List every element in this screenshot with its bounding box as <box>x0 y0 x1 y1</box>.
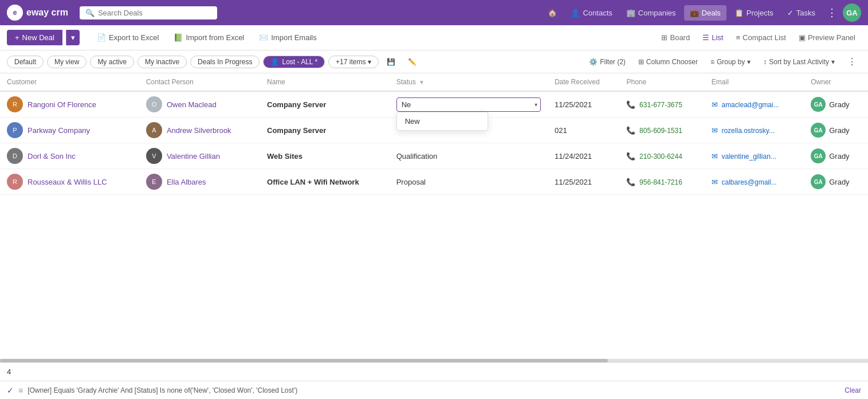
group-by-button[interactable]: ≡ Group by ▾ <box>706 56 755 68</box>
nav-items: 🏠 👤 Contacts 🏢 Companies 💼 Deals 📋 Proje… <box>542 3 861 22</box>
status-dropdown-wrap[interactable]: ▾ New <box>396 97 541 112</box>
cell-status[interactable]: ▾ New <box>390 91 548 118</box>
import-emails-button[interactable]: ✉️ Import Emails <box>253 30 322 45</box>
sort-by-button[interactable]: ↕ Sort by Last Activity ▾ <box>759 56 839 68</box>
contacts-icon: 👤 <box>571 9 580 17</box>
save-view-button[interactable]: 💾 <box>382 56 400 68</box>
customer-link[interactable]: Parkway Company <box>28 126 90 135</box>
nav-item-contacts[interactable]: 👤 Contacts <box>565 5 618 21</box>
more-options-button[interactable]: ⋮ <box>843 54 861 69</box>
group-by-label: Group by <box>717 58 745 66</box>
column-chooser-label: Column Chooser <box>646 58 698 66</box>
deals-icon: 💼 <box>690 9 699 17</box>
import-excel-button[interactable]: 📗 Import from Excel <box>168 30 250 45</box>
filter-button[interactable]: ⚙️ Filter (2) <box>584 56 630 68</box>
email-icon: ✉ <box>712 100 718 109</box>
nav-item-projects[interactable]: 📋 Projects <box>729 5 779 21</box>
phone-link[interactable]: 631-677-3675 <box>639 101 682 109</box>
cell-owner: GA Grady <box>804 169 868 195</box>
filter-chip-my-view[interactable]: My view <box>47 56 87 68</box>
status-dropdown-arrow: ▾ <box>535 101 537 108</box>
table-row: R Rangoni Of Florence O Owen Maclead Com… <box>0 91 868 118</box>
nav-item-home[interactable]: 🏠 <box>542 5 563 21</box>
deal-name: Web Sites <box>267 152 303 161</box>
chip-more-items-label: +17 items <box>336 58 366 66</box>
col-contact-person[interactable]: Contact Person <box>139 73 260 91</box>
customer-link[interactable]: Rangoni Of Florence <box>28 100 96 109</box>
filter-chip-more-items[interactable]: +17 items ▾ <box>328 56 379 68</box>
col-owner[interactable]: Owner <box>804 73 868 91</box>
status-input[interactable] <box>396 97 541 112</box>
filter-info-bar: ✓ ≡ [Owner] Equals 'Grady Archie' And [S… <box>0 381 868 399</box>
filter-chip-deals-in-progress[interactable]: Deals In Progress <box>190 56 260 68</box>
filter-chip-lost-all[interactable]: 👤 Lost - ALL * <box>263 56 325 68</box>
chip-deals-in-progress-label: Deals In Progress <box>198 58 252 66</box>
search-input[interactable] <box>98 9 211 17</box>
cell-name: Company Server <box>260 91 390 118</box>
filter-chip-default[interactable]: Default <box>7 56 44 68</box>
status-dropdown: New <box>396 112 488 131</box>
filter-clear-button[interactable]: Clear <box>845 386 861 394</box>
preview-panel-button[interactable]: ▣ Preview Panel <box>793 30 861 45</box>
nav-item-tasks[interactable]: ✓ Tasks <box>781 5 821 21</box>
view-buttons: ⊞ Board ☰ List ≡ Compact List ▣ Preview … <box>655 30 861 45</box>
filter-chip-my-active[interactable]: My active <box>90 56 134 68</box>
status-option-new[interactable]: New <box>397 112 488 130</box>
filter-info-text: [Owner] Equals 'Grady Archie' And [Statu… <box>28 386 297 394</box>
compact-list-view-button[interactable]: ≡ Compact List <box>730 30 791 45</box>
email-icon: ✉ <box>712 126 718 135</box>
filter-chip-my-inactive[interactable]: My inactive <box>138 56 187 68</box>
col-name[interactable]: Name <box>260 73 390 91</box>
nav-more-button[interactable]: ⋮ <box>823 4 840 21</box>
phone-link[interactable]: 956-841-7216 <box>639 178 682 186</box>
new-deal-button[interactable]: + New Deal <box>7 30 62 45</box>
col-status[interactable]: Status ▼ <box>390 73 548 91</box>
list-label: List <box>712 33 723 42</box>
email-link[interactable]: amaclead@gmai... <box>721 101 779 109</box>
sort-icon: ↕ <box>763 58 767 66</box>
customer-link[interactable]: Rousseaux & Willis LLC <box>28 178 107 186</box>
new-deal-dropdown-button[interactable]: ▾ <box>66 30 80 45</box>
export-excel-button[interactable]: 📄 Export to Excel <box>91 30 164 45</box>
owner-avatar: GA <box>811 148 826 163</box>
cell-status[interactable]: Qualification <box>390 143 548 169</box>
nav-item-companies[interactable]: 🏢 Companies <box>620 5 682 21</box>
cell-status[interactable]: Proposal <box>390 169 548 195</box>
col-email[interactable]: Email <box>705 73 804 91</box>
email-link[interactable]: calbares@gmail... <box>721 178 776 186</box>
nav-companies-label: Companies <box>638 9 676 17</box>
column-chooser-button[interactable]: ⊞ Column Chooser <box>634 56 702 68</box>
col-customer[interactable]: Customer <box>0 73 139 91</box>
phone-link[interactable]: 805-609-1531 <box>639 127 682 135</box>
user-avatar[interactable]: GA <box>843 3 861 22</box>
date-value: 021 <box>555 126 567 135</box>
status-bar: 4 <box>0 362 868 381</box>
phone-link[interactable]: 210-300-6244 <box>639 152 682 161</box>
scroll-track[interactable] <box>0 359 868 362</box>
logo-icon: e <box>7 5 23 21</box>
board-view-button[interactable]: ⊞ Board <box>655 30 696 45</box>
cell-date-received: 021 <box>548 118 620 143</box>
contact-link[interactable]: Andrew Silverbrook <box>167 126 231 135</box>
col-phone[interactable]: Phone <box>619 73 704 91</box>
compact-list-label: Compact List <box>743 33 786 42</box>
group-icon: ≡ <box>710 58 714 66</box>
search-bar[interactable]: 🔍 <box>80 6 217 19</box>
cell-name: Office LAN + Wifi Network <box>260 169 390 195</box>
email-link[interactable]: rozella.ostrosky... <box>721 127 774 135</box>
edit-view-button[interactable]: ✏️ <box>403 56 421 68</box>
deals-table-wrap: Customer Contact Person Name Status ▼ Da… <box>0 73 868 359</box>
logo[interactable]: e eway crm <box>7 5 68 21</box>
customer-link[interactable]: Dorl & Son Inc <box>28 152 76 161</box>
contact-link[interactable]: Valentine Gillian <box>167 152 220 161</box>
list-view-button[interactable]: ☰ List <box>697 30 729 45</box>
nav-item-deals[interactable]: 💼 Deals <box>684 5 726 21</box>
deal-name: Company Server <box>267 100 326 109</box>
contact-link[interactable]: Ella Albares <box>167 178 206 186</box>
email-link[interactable]: valentine_gillian... <box>721 152 776 161</box>
contact-link[interactable]: Owen Maclead <box>167 100 217 109</box>
col-date-received[interactable]: Date Received <box>548 73 620 91</box>
deal-name: Office LAN + Wifi Network <box>267 178 359 186</box>
phone-icon: 📞 <box>626 178 635 186</box>
scroll-thumb[interactable] <box>0 359 608 362</box>
